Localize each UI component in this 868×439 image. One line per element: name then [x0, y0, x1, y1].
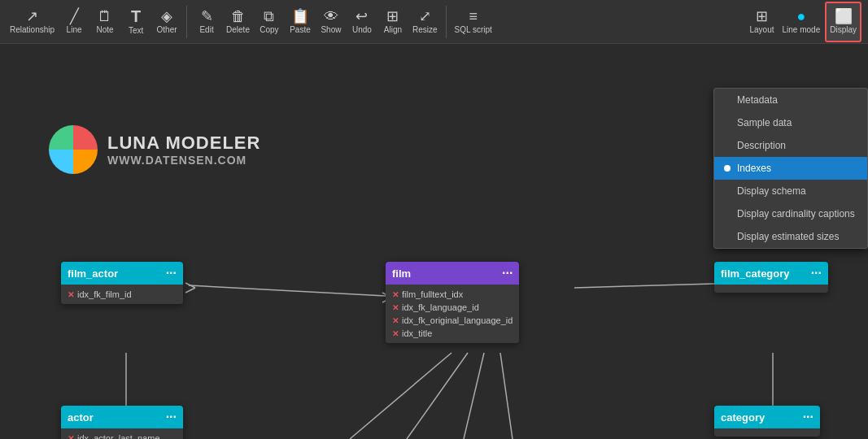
show-label: Show — [321, 25, 341, 34]
resize-icon: ⤢ — [419, 9, 431, 24]
node-actor-body: ✕ idx_actor_last_name — [61, 428, 183, 439]
node-film-row-2: ✕ idx_fk_original_language_id — [386, 314, 519, 327]
svg-line-5 — [407, 353, 468, 439]
node-film_actor-row-0: ✕ idx_fk_film_id — [61, 288, 183, 301]
node-film_actor-menu[interactable]: ··· — [166, 266, 177, 280]
node-actor-header[interactable]: actor ··· — [61, 406, 183, 428]
node-film-row-0: ✕ film_fulltext_idx — [386, 288, 519, 301]
text-label: Text — [129, 26, 143, 35]
node-actor-title: actor — [68, 411, 94, 424]
dropdown-menu: Metadata Sample data Description Indexes… — [713, 88, 868, 249]
display-button[interactable]: ⬜ Display — [825, 2, 861, 42]
dropdown-item-description[interactable]: Description — [714, 134, 867, 157]
radio-dot-indexes — [724, 165, 731, 172]
canvas: LUNA MODELER WWW.DATENSEN.COM film_actor… — [0, 44, 868, 439]
svg-line-7 — [500, 353, 513, 439]
tool-other[interactable]: ◈ Other — [152, 2, 181, 42]
node-category-menu[interactable]: ··· — [803, 410, 813, 424]
radio-empty-metadata — [724, 97, 731, 103]
node-film_category-header[interactable]: film_category ··· — [714, 262, 828, 285]
logo-subtitle: WWW.DATENSEN.COM — [107, 154, 260, 167]
edit-label: Edit — [199, 25, 213, 34]
idx-icon-film-1: ✕ — [392, 303, 399, 312]
node-film-title: film — [392, 267, 411, 280]
layout-icon: ⊞ — [756, 9, 768, 24]
node-category-title: category — [721, 411, 765, 424]
dropdown-item-display-schema[interactable]: Display schema — [714, 180, 867, 202]
line-icon: ╱ — [70, 9, 79, 24]
delete-label: Delete — [226, 25, 250, 34]
dropdown-item-display-sizes[interactable]: Display estimated sizes — [714, 225, 867, 248]
node-film_category[interactable]: film_category ··· — [714, 262, 828, 293]
svg-line-0 — [189, 285, 386, 296]
action-copy[interactable]: ⧉ Copy — [255, 2, 284, 42]
node-film-header[interactable]: film ··· — [386, 262, 519, 285]
delete-icon: 🗑 — [231, 9, 246, 24]
svg-line-8 — [185, 283, 195, 288]
radio-empty-sizes — [724, 233, 731, 240]
action-edit[interactable]: ✎ Edit — [192, 2, 221, 42]
node-category-header[interactable]: category ··· — [714, 406, 820, 428]
paste-icon: 📋 — [291, 9, 309, 24]
node-film_actor-body: ✕ idx_fk_film_id — [61, 285, 183, 304]
layout-button[interactable]: ⊞ Layout — [746, 2, 777, 42]
tool-note[interactable]: 🗒 Note — [90, 2, 120, 42]
dropdown-item-display-cardinality[interactable]: Display cardinality captions — [714, 202, 867, 225]
node-film[interactable]: film ··· ✕ film_fulltext_idx ✕ idx_fk_la… — [386, 262, 519, 343]
dropdown-item-display-cardinality-label: Display cardinality captions — [737, 208, 855, 220]
layout-label: Layout — [749, 25, 774, 34]
action-show[interactable]: 👁 Show — [316, 2, 346, 42]
node-film_actor[interactable]: film_actor ··· ✕ idx_fk_film_id — [61, 262, 183, 304]
separator-2 — [446, 6, 447, 38]
node-film-row-1: ✕ idx_fk_language_id — [386, 301, 519, 314]
svg-line-4 — [350, 353, 451, 439]
idx-icon-film-3: ✕ — [392, 329, 399, 338]
node-actor-row-0: ✕ idx_actor_last_name — [61, 432, 183, 439]
line-mode-button[interactable]: ● Line mode — [779, 2, 824, 42]
radio-empty-cardinality — [724, 211, 731, 217]
node-film_category-body — [714, 285, 828, 293]
node-film_actor-header[interactable]: film_actor ··· — [61, 262, 183, 285]
tool-line[interactable]: ╱ Line — [59, 2, 89, 42]
action-undo[interactable]: ↩ Undo — [347, 2, 377, 42]
action-paste[interactable]: 📋 Paste — [286, 2, 315, 42]
dropdown-item-display-sizes-label: Display estimated sizes — [737, 231, 839, 242]
radio-empty-sample — [724, 120, 731, 126]
show-icon: 👁 — [324, 9, 338, 24]
node-actor-menu[interactable]: ··· — [166, 410, 177, 424]
node-film_actor-row-0-text: idx_fk_film_id — [77, 289, 132, 299]
action-sql-script[interactable]: ≡ SQL script — [451, 2, 495, 42]
sql-icon: ≡ — [469, 9, 478, 24]
node-category-body — [714, 428, 820, 437]
relationship-label: Relationship — [10, 25, 55, 34]
node-category[interactable]: category ··· — [714, 406, 820, 437]
edit-icon: ✎ — [201, 9, 213, 24]
radio-empty-schema — [724, 188, 731, 194]
dropdown-item-metadata[interactable]: Metadata — [714, 89, 867, 111]
relationship-icon: ↗ — [26, 9, 38, 24]
logo-area: LUNA MODELER WWW.DATENSEN.COM — [49, 125, 260, 174]
tool-relationship[interactable]: ↗ Relationship — [7, 2, 58, 42]
toolbar: ↗ Relationship ╱ Line 🗒 Note T Text ◈ Ot… — [0, 0, 868, 44]
dropdown-item-metadata-label: Metadata — [737, 94, 778, 106]
dropdown-item-sample-data[interactable]: Sample data — [714, 111, 867, 134]
dropdown-item-indexes-label: Indexes — [737, 163, 771, 174]
line-label: Line — [67, 25, 82, 34]
logo-icon — [49, 125, 98, 174]
display-label: Display — [830, 25, 857, 34]
node-film-row-3-text: idx_title — [402, 328, 432, 338]
copy-label: Copy — [260, 25, 278, 34]
dropdown-item-indexes[interactable]: Indexes — [714, 157, 867, 180]
action-resize[interactable]: ⤢ Resize — [409, 2, 441, 42]
svg-line-1 — [574, 284, 714, 288]
paste-label: Paste — [290, 25, 311, 34]
action-align[interactable]: ⊞ Align — [378, 2, 408, 42]
tool-text[interactable]: T Text — [121, 2, 150, 42]
text-icon: T — [131, 8, 141, 24]
node-film_category-menu[interactable]: ··· — [811, 266, 822, 280]
node-actor[interactable]: actor ··· ✕ idx_actor_last_name — [61, 406, 183, 439]
idx-icon-actor-0: ✕ — [68, 434, 74, 440]
toolbar-right: ⊞ Layout ● Line mode ⬜ Display — [746, 2, 861, 42]
node-film-menu[interactable]: ··· — [502, 266, 513, 280]
action-delete[interactable]: 🗑 Delete — [223, 2, 253, 42]
